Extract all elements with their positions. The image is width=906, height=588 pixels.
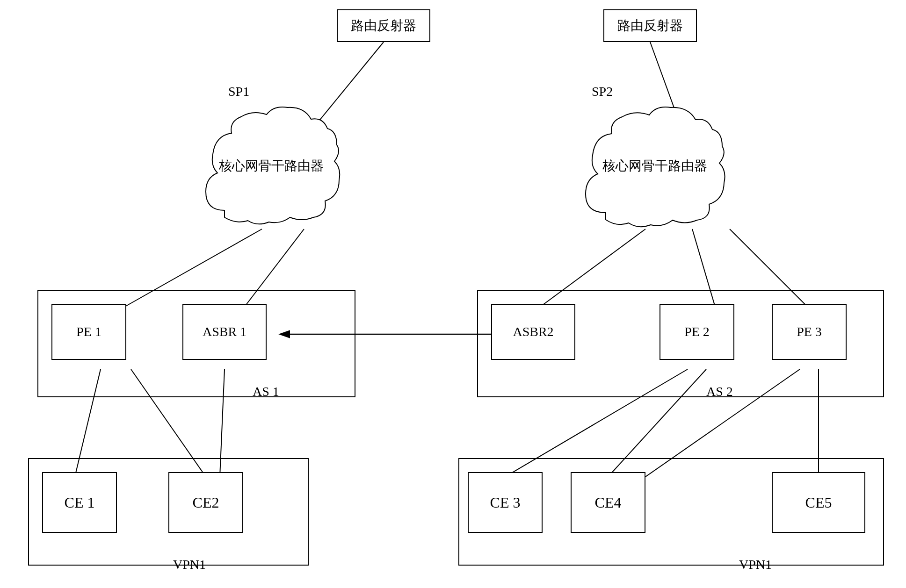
ce5-box: CE5 [772,472,865,533]
pe2-box: PE 2 [660,304,734,360]
ce4-box: CE4 [571,472,645,533]
route-reflector-2: 路由反射器 [603,9,697,42]
sp2-label: SP2 [592,84,613,99]
vpn1-left-label: VPN1 [173,557,206,572]
as1-label: AS 1 [253,384,279,399]
asbr2-box: ASBR2 [491,304,575,360]
ce3-box: CE 3 [468,472,543,533]
network-diagram: 路由反射器 路由反射器 SP1 SP2 核心网骨干路由器 核心网骨干路由器 AS… [0,0,906,588]
vpn1-right-label: VPN1 [739,557,772,572]
cloud-sp1-text: 核心网骨干路由器 [219,157,324,175]
cloud-sp1: 核心网骨干路由器 [196,98,346,234]
ce2-box: CE2 [168,472,243,533]
as2-label: AS 2 [706,384,733,399]
pe1-box: PE 1 [51,304,126,360]
sp1-label: SP1 [228,84,249,99]
ce1-box: CE 1 [42,472,117,533]
cloud-sp2: 核心网骨干路由器 [575,98,734,234]
pe3-box: PE 3 [772,304,847,360]
route-reflector-1: 路由反射器 [337,9,430,42]
asbr1-box: ASBR 1 [182,304,267,360]
cloud-sp2-text: 核心网骨干路由器 [602,157,707,175]
